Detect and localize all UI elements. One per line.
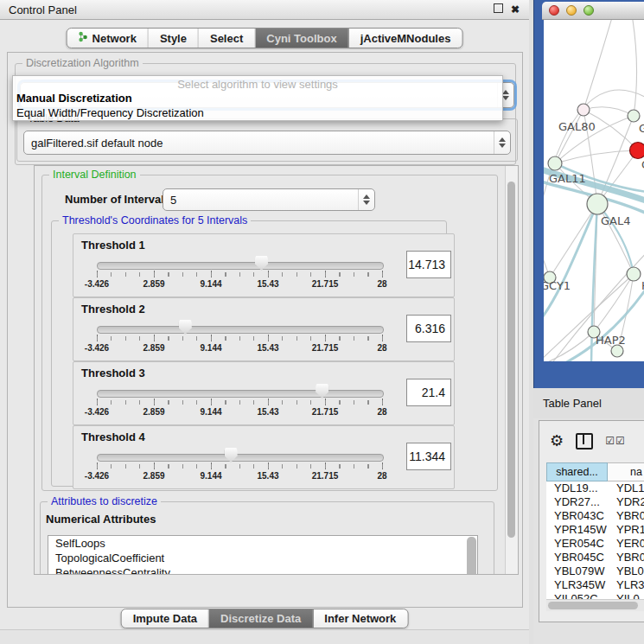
tab-jactivemnodules[interactable]: jActiveMNodules xyxy=(349,29,462,48)
table-horizontal-scrollbar-thumb[interactable] xyxy=(548,602,638,609)
tick-label: 2.859 xyxy=(143,407,164,417)
tick-label: 21.715 xyxy=(312,343,339,353)
table-header-row: shared... na xyxy=(546,462,644,481)
table-horizontal-scrollbar[interactable] xyxy=(546,599,644,611)
table-row[interactable]: YER054CYER0 xyxy=(546,537,644,551)
slider-ticks xyxy=(97,400,383,405)
split-view-icon[interactable] xyxy=(576,433,593,450)
control-panel-tabs: Network Style Select Cyni Toolbox jActiv… xyxy=(67,28,463,48)
zoom-traffic-light-icon[interactable] xyxy=(583,5,594,16)
menu-item-equal-width-frequency[interactable]: Equal Width/Frequency Discretization xyxy=(13,105,502,120)
float-icon[interactable] xyxy=(489,3,507,16)
network-canvas[interactable]: GAL80 G C GAL11 GAL4 GCY1 H HAP2 xyxy=(544,20,644,361)
tab-impute-data[interactable]: Impute Data xyxy=(122,609,209,628)
table-row[interactable]: YBR045CYBR0 xyxy=(546,551,644,564)
tab-cyni-toolbox[interactable]: Cyni Toolbox xyxy=(255,29,348,48)
network-window: GAL80 G C GAL11 GAL4 GCY1 H HAP2 xyxy=(533,0,644,388)
table-row[interactable]: YDL19...YDL1 xyxy=(546,481,644,495)
threshold-3-value-field[interactable]: 21.4 xyxy=(406,379,451,406)
control-panel-titlebar: Control Panel ✖ xyxy=(0,0,529,20)
node-gal11[interactable] xyxy=(548,156,562,170)
threshold-1-value-field[interactable]: 14.713 xyxy=(406,251,451,278)
tick-label: 9.144 xyxy=(200,343,221,353)
table-row[interactable]: YPR145WYPR1 xyxy=(546,523,644,537)
threshold-4-panel: Threshold 4 -3.426 2.859 9.144 15.43 21.… xyxy=(73,425,455,489)
interval-definition-group: Interval Definition Number of Intervals … xyxy=(41,175,498,491)
table-row[interactable]: YLR345WYLR3 xyxy=(546,578,644,592)
tick-label: 15.43 xyxy=(257,407,278,417)
node-top-right[interactable] xyxy=(628,110,640,122)
node-gal4[interactable] xyxy=(587,194,608,214)
threshold-2-slider-track[interactable] xyxy=(97,326,384,334)
numerical-attributes-list[interactable]: SelfLoops TopologicalCoefficient Between… xyxy=(48,535,478,575)
list-item[interactable]: BetweennessCentrality xyxy=(48,565,477,575)
tick-label: 21.715 xyxy=(312,471,339,481)
svg-text:HAP2: HAP2 xyxy=(596,334,626,347)
threshold-2-value-field[interactable]: 6.316 xyxy=(406,315,451,342)
threshold-4-value-field[interactable]: 11.344 xyxy=(406,443,451,470)
network-window-titlebar xyxy=(542,2,644,20)
table-row[interactable]: YDR27...YDR2 xyxy=(546,495,644,509)
tab-discretize-data[interactable]: Discretize Data xyxy=(209,609,313,628)
node-gal80[interactable] xyxy=(577,104,590,116)
control-panel: Control Panel ✖ Network xyxy=(0,0,529,644)
tick-label: 28 xyxy=(377,279,386,289)
tick-label: -3.426 xyxy=(85,471,109,481)
node-bottom-partial[interactable] xyxy=(611,345,623,357)
list-item[interactable]: TopologicalCoefficient xyxy=(48,551,477,565)
close-icon[interactable]: ✖ xyxy=(507,3,524,16)
threshold-2-label: Threshold 2 xyxy=(81,303,145,316)
node-right-mid[interactable] xyxy=(627,267,641,281)
minimize-traffic-light-icon[interactable] xyxy=(566,5,577,16)
tab-cyni-toolbox-label: Cyni Toolbox xyxy=(266,32,336,45)
threshold-2-panel: Threshold 2 -3.426 2.859 9.144 15.43 21.… xyxy=(73,297,455,361)
network-icon xyxy=(79,31,88,45)
tick-label: 15.43 xyxy=(257,471,278,481)
attributes-group: Attributes to discretize Numerical Attri… xyxy=(40,501,494,575)
tick-label: -3.426 xyxy=(85,279,109,289)
table-row[interactable]: YIL052CYIL0 xyxy=(546,592,644,599)
algorithm-prompt: Select algorithm to view settings xyxy=(13,76,502,91)
table-data-value: galFiltered.sif default node xyxy=(31,137,163,150)
threshold-4-slider-track[interactable] xyxy=(97,454,384,462)
tab-style[interactable]: Style xyxy=(149,29,199,48)
slider-ticks xyxy=(97,272,383,277)
menu-item-manual-discretization[interactable]: Manual Discretization xyxy=(13,91,502,105)
number-of-intervals-value: 5 xyxy=(170,194,176,207)
node-selected-red[interactable] xyxy=(630,143,644,159)
table-panel-title: Table Panel xyxy=(543,397,602,410)
close-traffic-light-icon[interactable] xyxy=(549,5,559,16)
control-panel-title: Control Panel xyxy=(0,3,489,16)
spinner-arrows-icon xyxy=(358,189,374,210)
attributes-title: Attributes to discretize xyxy=(48,495,161,507)
threshold-1-slider-track[interactable] xyxy=(97,262,384,270)
algorithm-dropdown-popup: Select algorithm to view settings Manual… xyxy=(12,75,503,121)
settings-scroll-pane: Interval Definition Number of Intervals … xyxy=(34,165,519,575)
svg-text:GAL4: GAL4 xyxy=(601,214,630,227)
settings-scrollbar-thumb[interactable] xyxy=(507,182,515,538)
tab-infer-network[interactable]: Infer Network xyxy=(313,609,407,628)
list-scrollbar[interactable] xyxy=(467,537,476,575)
checkbox-icons[interactable]: ☑☑ xyxy=(605,435,626,447)
tab-network[interactable]: Network xyxy=(67,29,149,48)
table-row[interactable]: YBR043CYBR0 xyxy=(546,509,644,523)
column-header-name[interactable]: na xyxy=(608,462,644,481)
tab-select[interactable]: Select xyxy=(199,29,255,48)
slider-ticks xyxy=(97,464,383,469)
table-row[interactable]: YBL079WYBL0 xyxy=(546,564,644,578)
settings-scrollbar[interactable] xyxy=(505,166,518,574)
tick-label: 28 xyxy=(377,407,386,417)
list-item[interactable]: SelfLoops xyxy=(48,536,477,551)
number-of-intervals-spinner[interactable]: 5 xyxy=(163,188,375,211)
tick-label: -3.426 xyxy=(85,407,109,417)
tick-label: 2.859 xyxy=(143,279,164,289)
tick-label: 2.859 xyxy=(143,471,164,481)
tab-discretize-data-label: Discretize Data xyxy=(220,612,301,625)
tick-label: 2.859 xyxy=(143,343,164,353)
table-data-combobox[interactable]: galFiltered.sif default node xyxy=(23,131,511,155)
column-header-shared-name[interactable]: shared... xyxy=(546,462,608,481)
svg-text:GCY1: GCY1 xyxy=(544,279,571,292)
tick-label: 9.144 xyxy=(200,407,221,417)
threshold-3-slider-track[interactable] xyxy=(97,390,384,398)
gear-icon[interactable]: ⚙ xyxy=(550,433,564,449)
